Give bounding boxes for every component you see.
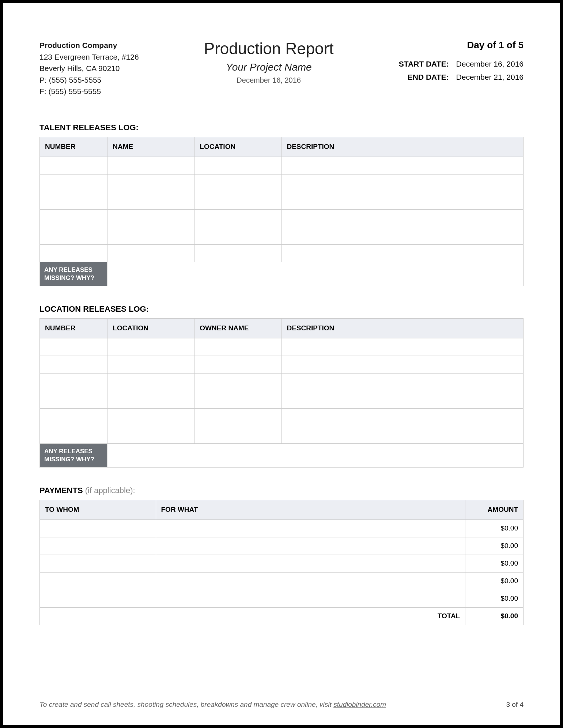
location-table: NUMBER LOCATION OWNER NAME DESCRIPTION A… [39,318,524,468]
day-indicator: Day of 1 of 5 [399,40,524,51]
table-row [40,192,524,209]
company-address2: Beverly Hills, CA 90210 [39,63,139,74]
location-section-title: LOCATION RELEASES LOG: [39,304,524,314]
talent-col-number: NUMBER [40,137,107,157]
talent-col-name: NAME [107,137,194,157]
talent-section-title: TALENT RELEASES LOG: [39,123,524,132]
location-col-description: DESCRIPTION [282,318,524,338]
payments-total-label: TOTAL [40,607,465,625]
payments-total-value: $0.00 [465,607,524,625]
company-block: Production Company 123 Evergreen Terrace… [39,40,139,97]
table-row [40,174,524,192]
end-date-label: END DATE: [408,71,449,84]
table-row [40,408,524,426]
company-fax: F: (555) 555-5555 [39,86,139,97]
company-address1: 123 Evergreen Terrace, #126 [39,51,139,63]
payments-title-bold: PAYMENTS [39,486,83,495]
location-footer-row: ANY RELEASES MISSING? WHY? [40,443,524,467]
talent-missing-label: ANY RELEASES MISSING? WHY? [40,262,107,286]
company-name: Production Company [39,40,139,51]
payments-table: TO WHOM FOR WHAT AMOUNT $0.00 $0.00 $0.0… [39,500,524,625]
location-col-location: LOCATION [107,318,194,338]
footer-text: To create and send call sheets, shooting… [39,701,386,709]
start-date-label: START DATE: [399,57,449,71]
payments-title-light: (if applicable): [83,486,135,495]
table-row [40,391,524,408]
location-missing-value[interactable] [107,443,524,467]
payments-section-title: PAYMENTS (if applicable): [39,486,524,495]
document-header: Production Company 123 Evergreen Terrace… [39,40,524,97]
talent-table: NUMBER NAME LOCATION DESCRIPTION ANY REL… [39,137,524,286]
page-number: 3 of 4 [506,701,524,709]
talent-footer-row: ANY RELEASES MISSING? WHY? [40,262,524,286]
table-row: $0.00 [40,590,524,607]
table-row [40,157,524,174]
table-row [40,373,524,391]
company-phone: P: (555) 555-5555 [39,74,139,86]
payments-col-towhom: TO WHOM [40,500,156,519]
payments-col-amount: AMOUNT [465,500,524,519]
report-title: Production Report [139,40,399,58]
footer-link[interactable]: studiobinder.com [333,701,386,708]
table-row: $0.00 [40,537,524,555]
table-row [40,356,524,373]
table-row [40,227,524,244]
table-row: $0.00 [40,555,524,572]
table-row: $0.00 [40,519,524,537]
table-row: $0.00 [40,572,524,590]
page-footer: To create and send call sheets, shooting… [39,701,524,709]
title-block: Production Report Your Project Name Dece… [139,40,399,97]
location-col-number: NUMBER [40,318,107,338]
talent-missing-value[interactable] [107,262,524,286]
table-row [40,338,524,356]
table-row [40,209,524,227]
location-col-owner: OWNER NAME [194,318,282,338]
payments-col-forwhat: FOR WHAT [156,500,465,519]
report-date: December 16, 2016 [139,76,399,85]
dates-block: Day of 1 of 5 START DATE: December 16, 2… [399,40,524,97]
table-row [40,426,524,443]
project-name: Your Project Name [139,61,399,73]
location-missing-label: ANY RELEASES MISSING? WHY? [40,443,107,467]
payments-total-row: TOTAL $0.00 [40,607,524,625]
start-date-value: December 16, 2016 [456,57,524,71]
talent-col-location: LOCATION [194,137,282,157]
talent-col-description: DESCRIPTION [282,137,524,157]
end-date-value: December 21, 2016 [456,71,524,84]
table-row [40,244,524,262]
